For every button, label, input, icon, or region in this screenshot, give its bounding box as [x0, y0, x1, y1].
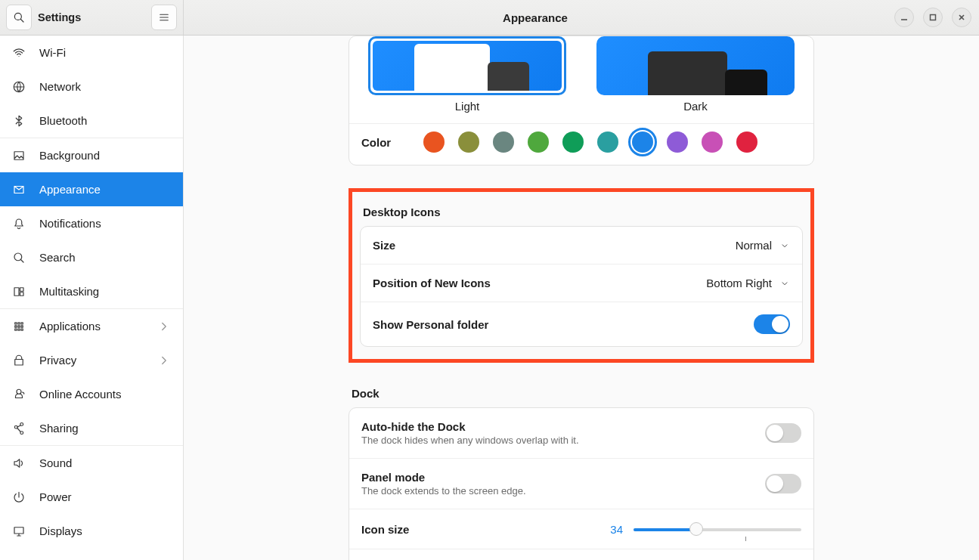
toggle-panel-mode[interactable] [765, 474, 801, 493]
row-show-on[interactable]: Show on Primary Display (1) [349, 549, 813, 560]
color-swatch[interactable] [423, 131, 445, 153]
row-panel-sub: The dock extends to the screen edge. [361, 485, 765, 497]
row-personal-folder: Show Personal folder [361, 302, 802, 346]
notifications-icon [12, 217, 26, 230]
style-card: Light Dark Color [349, 36, 814, 166]
row-panel-label: Panel mode [361, 471, 765, 484]
sidebar-item-label: Privacy [39, 354, 76, 367]
color-swatch[interactable] [562, 131, 584, 153]
sidebar-item-power[interactable]: Power [0, 480, 183, 514]
desktop-icons-title: Desktop Icons [360, 200, 803, 226]
theme-preview-light [368, 36, 566, 95]
sidebar-item-online-accounts[interactable]: Online Accounts [0, 377, 183, 411]
theme-preview-dark [596, 36, 795, 95]
sidebar-item-bluetooth[interactable]: Bluetooth [0, 104, 183, 138]
row-size-label: Size [373, 239, 736, 252]
minimize-button[interactable] [894, 8, 914, 27]
multitasking-icon [12, 285, 26, 299]
toggle-autohide[interactable] [765, 423, 801, 443]
sidebar-item-label: Background [39, 149, 100, 162]
sidebar-item-search[interactable]: Search [0, 240, 183, 274]
menu-button[interactable] [151, 5, 177, 30]
theme-label-dark: Dark [683, 100, 708, 113]
sidebar-item-label: Applications [39, 320, 101, 333]
maximize-button[interactable] [923, 8, 943, 27]
theme-option-light[interactable]: Light [368, 36, 566, 113]
minimize-icon [900, 13, 909, 22]
headerbar-left: Settings [0, 0, 184, 35]
color-row: Color [349, 123, 813, 165]
sidebar-item-sound[interactable]: Sound [0, 446, 183, 480]
sidebar-item-background[interactable]: Background [0, 138, 183, 172]
sidebar-item-sharing[interactable]: Sharing [0, 411, 183, 445]
theme-label-light: Light [455, 100, 480, 113]
color-swatch[interactable] [632, 131, 653, 153]
row-position[interactable]: Position of New Icons Bottom Right [361, 265, 802, 302]
desktop-icons-highlight: Desktop Icons Size Normal Position of Ne… [349, 188, 814, 363]
color-swatch[interactable] [667, 131, 688, 153]
search-button[interactable] [6, 5, 32, 30]
row-personal-label: Show Personal folder [373, 318, 754, 331]
sound-icon [12, 456, 26, 470]
sidebar-item-wi-fi[interactable]: Wi-Fi [0, 36, 183, 70]
headerbar: Settings Appearance [0, 0, 979, 36]
sidebar-item-applications[interactable]: Applications [0, 309, 183, 343]
color-swatch[interactable] [528, 131, 549, 153]
theme-option-dark[interactable]: Dark [596, 36, 795, 113]
svg-rect-6 [931, 15, 936, 20]
color-swatch[interactable] [493, 131, 514, 153]
maximize-icon [928, 13, 937, 22]
row-autohide: Auto-hide the Dock The dock hides when a… [349, 408, 813, 459]
row-position-value: Bottom Right [706, 277, 772, 289]
displays-icon [12, 524, 26, 538]
applications-icon [12, 320, 26, 333]
toggle-personal-folder[interactable] [754, 314, 790, 334]
row-autohide-label: Auto-hide the Dock [361, 420, 765, 433]
chevron-right-icon [157, 320, 171, 333]
sidebar-item-appearance[interactable]: Appearance [0, 172, 183, 206]
sidebar-item-label: Network [39, 80, 81, 93]
sidebar-item-privacy[interactable]: Privacy [0, 343, 183, 377]
iconsize-slider[interactable] [634, 521, 801, 537]
color-swatch[interactable] [702, 131, 723, 153]
sidebar-item-label: Sound [39, 456, 72, 469]
network-icon [12, 80, 26, 94]
sidebar-item-network[interactable]: Network [0, 70, 183, 104]
iconsize-value: 34 [610, 523, 623, 536]
sidebar-header-title: Settings [38, 11, 145, 23]
online-accounts-icon [12, 388, 26, 401]
color-swatch[interactable] [458, 131, 479, 153]
sidebar-item-multitasking[interactable]: Multitasking [0, 274, 183, 308]
chevron-down-icon [779, 240, 790, 251]
dock-section: Dock Auto-hide the Dock The dock hides w… [349, 381, 814, 560]
sidebar-item-displays[interactable]: Displays [0, 514, 183, 548]
window-controls [887, 8, 979, 27]
main-split: Wi-FiNetworkBluetoothBackgroundAppearanc… [0, 36, 979, 560]
sidebar-item-label: Notifications [39, 217, 101, 230]
svg-line-1 [20, 19, 23, 22]
chevron-down-icon [779, 278, 790, 289]
row-size-value: Normal [736, 239, 772, 252]
color-swatches [423, 131, 757, 153]
dock-title: Dock [349, 381, 814, 407]
privacy-icon [12, 354, 26, 367]
dock-card: Auto-hide the Dock The dock hides when a… [349, 407, 814, 560]
color-swatch[interactable] [597, 131, 618, 153]
background-icon [12, 149, 26, 162]
hamburger-icon [157, 11, 171, 24]
sidebar-item-label: Appearance [39, 183, 101, 196]
sidebar-item-label: Power [39, 490, 72, 503]
close-button[interactable] [952, 8, 971, 27]
row-icon-size: Icon size 34 [349, 509, 813, 549]
row-size[interactable]: Size Normal [361, 227, 802, 265]
page-title: Appearance [184, 11, 887, 24]
sidebar-item-label: Multitasking [39, 285, 99, 298]
chevron-right-icon [157, 354, 171, 367]
color-swatch[interactable] [736, 131, 757, 153]
bluetooth-icon [12, 114, 26, 128]
sidebar-item-label: Bluetooth [39, 114, 87, 127]
sidebar-item-label: Search [39, 251, 76, 264]
sidebar-item-notifications[interactable]: Notifications [0, 206, 183, 240]
search-icon [12, 251, 26, 265]
search-icon [12, 11, 26, 24]
